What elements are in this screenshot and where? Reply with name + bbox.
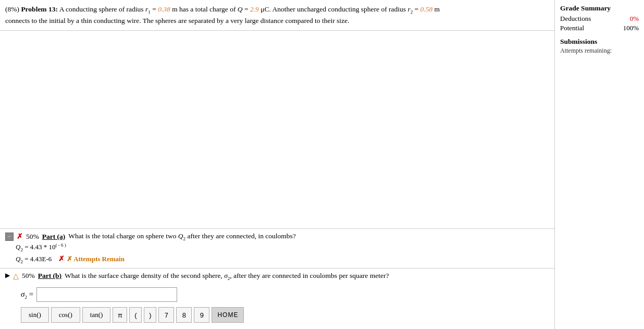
- q-unit: μC. Another uncharged conducting sphere …: [259, 5, 420, 13]
- deductions-value: 0%: [630, 15, 639, 23]
- grade-summary-title: Grade Summary: [560, 4, 639, 13]
- collapse-icon-a[interactable]: −: [5, 233, 14, 241]
- wrong-icon-a: ✗: [17, 232, 23, 241]
- part-a-label[interactable]: Part (a): [42, 233, 66, 241]
- attempts-remain: ✗ Attempts Remain: [67, 255, 125, 263]
- submissions-title: Submissions: [560, 38, 639, 46]
- potential-label: Potential: [560, 24, 584, 32]
- open-paren-button[interactable]: (: [129, 307, 142, 323]
- problem-text: (8%) Problem 13: A conducting sphere of …: [0, 0, 554, 31]
- problem-number: 13: [48, 5, 56, 13]
- cos-button[interactable]: cos(): [51, 307, 80, 323]
- part-a-answer1: Q2 = 4.43 * 10( - 6 ): [5, 241, 549, 253]
- tan-button[interactable]: tan(): [82, 307, 111, 323]
- part-a-question: What is the total charge on sphere two Q…: [68, 232, 295, 241]
- part-a-percentage: 50%: [26, 233, 39, 241]
- problem-weight: (8%): [5, 5, 19, 13]
- problem-description2: connects to the initial by a thin conduc…: [5, 17, 349, 25]
- part-b-question: What is the surface charge density of th…: [65, 272, 389, 281]
- r1-unit: m has a total charge of Q =: [170, 5, 250, 13]
- answer-input-b[interactable]: [36, 287, 177, 302]
- attempts-label: Attempts remaining:: [560, 47, 639, 55]
- warning-icon-b: △: [13, 272, 19, 281]
- right-panel: Grade Summary Deductions 0% Potential 10…: [555, 0, 644, 329]
- calculator-row: sin() cos() tan() π ( ) 7 8 9 HOME: [5, 304, 549, 326]
- part-a-answer2: Q2 = 4.43E-6 ✗ ✗ Attempts Remain: [5, 253, 549, 265]
- sin-button[interactable]: sin(): [21, 307, 49, 323]
- r1-value: 0.38: [158, 5, 170, 13]
- part-b-section: ▶ △ 50% Part (b) What is the surface cha…: [0, 269, 554, 329]
- r2-value: 0.58: [420, 5, 433, 13]
- q-value: 2.9: [250, 5, 259, 13]
- work-area: [0, 31, 554, 229]
- part-b-label[interactable]: Part (b): [38, 272, 61, 280]
- num7-button[interactable]: 7: [158, 307, 174, 323]
- input-row: σ2 =: [5, 285, 549, 304]
- sigma-label: σ2 =: [21, 290, 33, 300]
- potential-row: Potential 100%: [560, 24, 639, 32]
- home-button[interactable]: HOME: [212, 307, 244, 323]
- pi-button[interactable]: π: [113, 307, 127, 323]
- part-b-percentage: 50%: [22, 272, 35, 280]
- close-paren-button[interactable]: ): [144, 307, 156, 323]
- num9-button[interactable]: 9: [194, 307, 209, 323]
- deductions-row: Deductions 0%: [560, 15, 639, 23]
- wrong-icon-a2: ✗: [58, 255, 65, 263]
- r2-unit: m: [432, 5, 440, 13]
- play-icon-b[interactable]: ▶: [5, 272, 10, 279]
- deductions-label: Deductions: [560, 15, 591, 23]
- part-a-section: − ✗ 50% Part (a) What is the total charg…: [0, 229, 554, 269]
- num8-button[interactable]: 8: [176, 307, 192, 323]
- problem-description: A conducting sphere of radius r1 =: [59, 5, 158, 13]
- potential-value: 100%: [623, 24, 639, 32]
